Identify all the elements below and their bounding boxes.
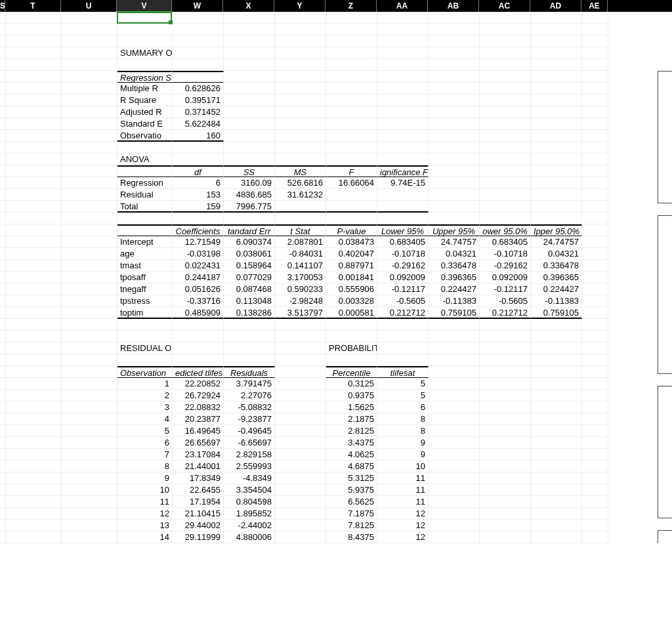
anova-ms[interactable]: 31.61232 [275,189,326,201]
cell-t[interactable] [6,425,62,437]
cell-ae[interactable] [582,24,608,35]
cell-ad[interactable] [531,437,582,449]
stat-label[interactable]: Adjusted R [117,106,173,118]
cell-ab[interactable] [429,154,480,165]
anova-sig[interactable]: 9.74E-15 [377,177,429,189]
cell-u[interactable] [62,366,117,378]
cell-ac[interactable] [480,106,531,118]
cell-s[interactable] [0,177,6,189]
cell-t[interactable] [6,35,62,47]
cell-ab[interactable] [429,24,480,35]
cell-s[interactable] [0,461,6,472]
chart-shape-1[interactable] [658,71,672,203]
cell-ae[interactable] [582,366,608,378]
cell-s[interactable] [0,402,6,413]
cell-aa[interactable] [377,71,429,83]
prob-percentile[interactable]: 8.4375 [326,531,377,543]
coef-l95[interactable]: 0.212712 [377,307,429,319]
cell-ac[interactable] [480,461,531,472]
cell-ae[interactable] [582,342,608,354]
cell-y[interactable] [275,342,326,354]
cell-y[interactable] [275,106,326,118]
cell-t[interactable] [6,449,62,461]
cell-u[interactable] [62,520,117,531]
cell-x[interactable] [224,154,275,165]
cell-t[interactable] [6,484,62,496]
anova-ss[interactable]: 3160.09 [224,177,275,189]
resid-resid[interactable]: -0.49645 [224,425,275,437]
prob-percentile[interactable]: 4.6875 [326,461,377,472]
cell-s[interactable] [0,118,6,130]
stat-value[interactable]: 160 [173,130,224,142]
cell-ae[interactable] [582,413,608,425]
cell-w[interactable] [173,59,224,71]
cell-aa[interactable] [377,35,429,47]
chart-shape-3[interactable] [658,386,672,518]
stat-label[interactable]: Observatio [117,130,173,142]
cell-ad[interactable] [531,47,582,59]
cell-u[interactable] [62,425,117,437]
cell-u[interactable] [62,142,117,154]
cell-s[interactable] [0,531,6,543]
col-u[interactable]: U [61,0,117,12]
cell-ae[interactable] [582,402,608,413]
col-w[interactable]: W [172,0,223,12]
coef-h-lower95[interactable]: Lower 95% [377,224,429,236]
cell-t[interactable] [6,295,62,307]
resid-obs[interactable]: 6 [117,437,173,449]
cell-z[interactable] [326,331,377,342]
cell-s[interactable] [0,236,6,248]
cell-t[interactable] [6,24,62,35]
cell-s[interactable] [0,24,6,35]
cell-t[interactable] [6,177,62,189]
cell-ab[interactable] [429,94,480,106]
cell-ab[interactable] [429,425,480,437]
fill-handle[interactable] [169,20,173,24]
cell-ac[interactable] [480,71,531,83]
coef-p[interactable]: 0.001841 [326,272,377,283]
resid-resid[interactable]: 3.791475 [224,378,275,390]
resid-pred[interactable]: 21.44001 [173,461,224,472]
coef-h-tstat[interactable]: t Stat [275,224,326,236]
cell-ac[interactable] [480,531,531,543]
coef-se[interactable]: 0.087468 [224,283,275,295]
cell-ae[interactable] [582,496,608,508]
coef-l95b[interactable]: -0.10718 [480,248,531,260]
prob-percentile[interactable]: 5.3125 [326,472,377,484]
resid-resid[interactable]: -5.08832 [224,402,275,413]
coef-se[interactable]: 0.138286 [224,307,275,319]
cell-y[interactable] [275,366,326,378]
coef-t[interactable]: 3.170053 [275,272,326,283]
coef-t[interactable]: 3.513797 [275,307,326,319]
cell-ab[interactable] [429,118,480,130]
cell-ac[interactable] [480,24,531,35]
cell-s[interactable] [0,12,6,24]
prob-percentile[interactable]: 0.9375 [326,390,377,402]
cell-ae[interactable] [582,472,608,484]
resid-resid[interactable]: 2.559993 [224,461,275,472]
cell-ad[interactable] [531,165,582,177]
cell-z[interactable] [326,118,377,130]
cell-ab[interactable] [429,496,480,508]
cell-aa[interactable] [377,213,429,224]
cell-t[interactable] [6,47,62,59]
cell-ac[interactable] [480,59,531,71]
cell-ae[interactable] [582,47,608,59]
cell-w[interactable] [173,331,224,342]
cell-ad[interactable] [531,201,582,213]
cell-ac[interactable] [480,130,531,142]
coef-u95b[interactable]: 0.336478 [531,260,582,272]
summary-output-title[interactable]: SUMMARY OUTPUT [117,47,173,59]
cell-s[interactable] [0,224,6,236]
cell-ae[interactable] [582,319,608,331]
prob-tlifesat[interactable]: 8 [377,413,429,425]
cell-y[interactable] [275,484,326,496]
cell-ad[interactable] [531,142,582,154]
cell-s[interactable] [0,366,6,378]
resid-pred[interactable]: 16.49645 [173,425,224,437]
coef-l95b[interactable]: -0.5605 [480,295,531,307]
cell-ad[interactable] [531,366,582,378]
cell-t[interactable] [6,59,62,71]
cell-aa[interactable] [377,142,429,154]
residual-output-title[interactable]: RESIDUAL OUTPUT [117,342,173,354]
